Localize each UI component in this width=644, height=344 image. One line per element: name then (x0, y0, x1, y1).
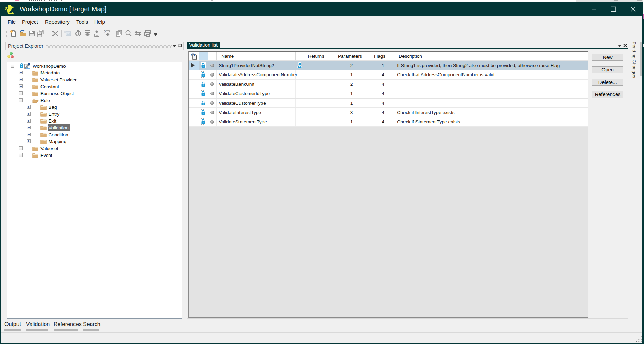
svg-text:?: ? (103, 29, 106, 34)
